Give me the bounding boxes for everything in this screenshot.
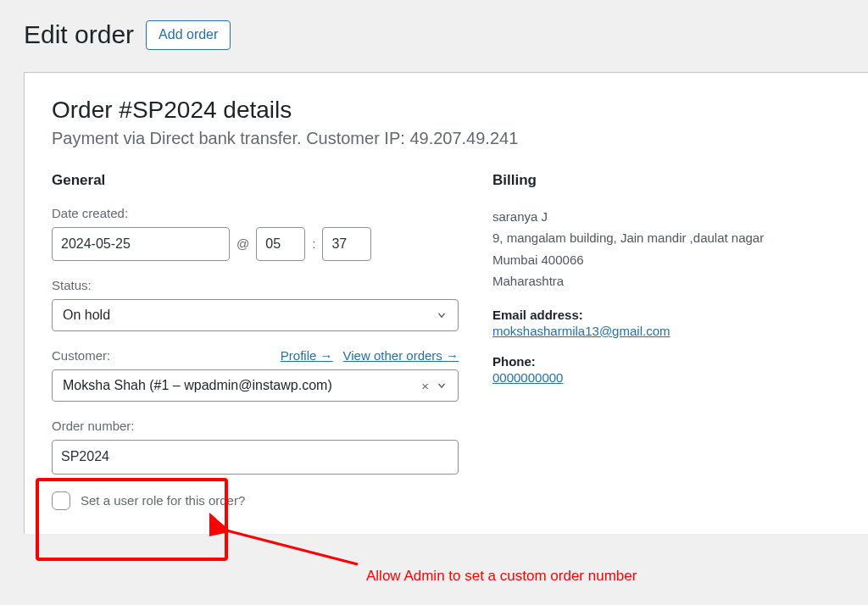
billing-email-link[interactable]: mokshasharmila13@gmail.com [492,324,670,338]
billing-addr2: Mumbai 400066 [492,249,841,271]
date-created-label: Date created: [52,206,459,220]
hour-input[interactable] [256,227,305,261]
add-order-button[interactable]: Add order [146,20,231,50]
colon-separator: : [312,236,315,251]
billing-phone-link[interactable]: 0000000000 [492,370,563,385]
page-title: Edit order [24,20,134,49]
status-select[interactable]: On hold [52,299,459,331]
view-other-orders-link[interactable]: View other orders → [343,348,459,363]
date-created-input[interactable] [52,227,230,261]
order-number-label: Order number: [52,419,459,433]
billing-addr1: 9, mangalam building, Jain mandir ,daula… [492,227,841,249]
phone-label: Phone: [492,354,841,369]
billing-heading: Billing [492,172,841,189]
general-heading: General [52,172,459,189]
email-label: Email address: [492,308,841,322]
order-subtitle: Payment via Direct bank transfer. Custom… [52,129,841,148]
customer-select[interactable]: Moksha Shah (#1 – wpadmin@instawp.com) × [52,369,459,402]
chevron-down-icon [436,309,448,321]
svg-line-0 [226,530,358,564]
billing-addr3: Maharashtra [492,270,841,292]
customer-value: Moksha Shah (#1 – wpadmin@instawp.com) [63,378,332,393]
clear-customer-icon[interactable]: × [418,379,432,393]
order-title: Order #SP2024 details [52,97,841,124]
order-number-input[interactable] [52,440,459,474]
status-label: Status: [52,278,459,292]
order-panel: Order #SP2024 details Payment via Direct… [24,72,868,534]
at-separator: @ [236,236,249,251]
customer-label: Customer: [52,348,110,363]
user-role-checkbox[interactable] [52,491,70,510]
billing-name: saranya J [492,206,841,228]
status-value: On hold [63,308,110,323]
profile-link[interactable]: Profile → [281,348,333,363]
user-role-checkbox-label: Set a user role for this order? [81,493,245,508]
minute-input[interactable] [322,227,371,261]
chevron-down-icon [436,380,448,391]
annotation-text: Allow Admin to set a custom order number [366,568,637,585]
